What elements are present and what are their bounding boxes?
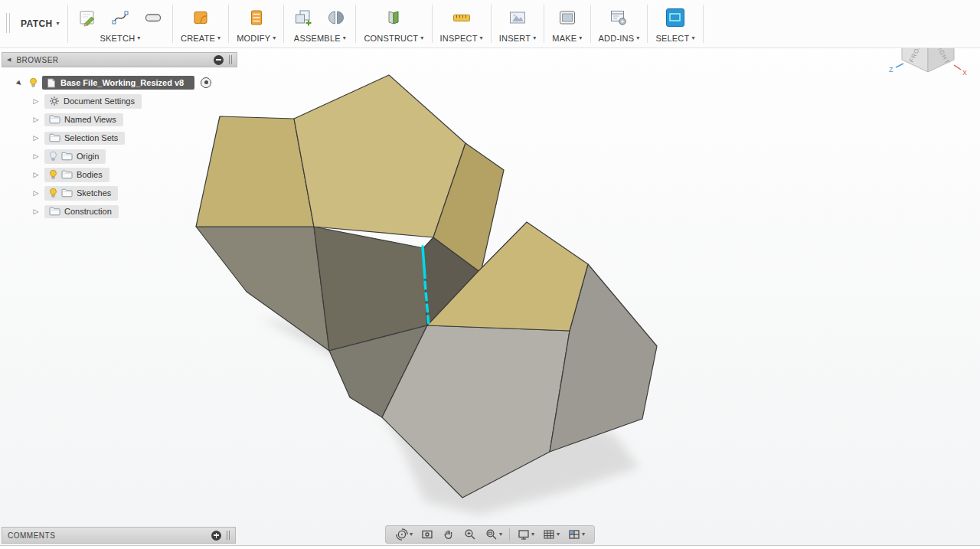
expand-icon[interactable]: ▷ [31,172,41,178]
browser-item-document-settings[interactable]: ▷ Document Settings [2,92,237,110]
folder-icon [61,170,73,179]
chevron-down-icon: ▾ [273,35,276,41]
make-button[interactable] [556,6,579,29]
scripts-addins-icon [609,8,629,28]
create-sketch-button[interactable] [76,6,99,29]
chevron-down-icon: ▾ [691,35,694,41]
model-face-bowl-tan-center[interactable] [294,75,466,237]
make-menu[interactable]: MAKE ▾ [552,32,582,46]
select-button[interactable] [664,6,687,29]
browser-item-origin[interactable]: ▷ Origin [2,147,237,165]
pan-button[interactable] [439,526,459,543]
toolbar-group-construct: CONSTRUCT ▾ [356,0,431,47]
browser-item-selection-sets[interactable]: ▷ Selection Sets [2,129,237,147]
folder-icon [61,188,73,198]
orbit-button[interactable]: ▾ [392,526,416,543]
gear-icon [49,96,60,106]
construct-menu[interactable]: CONSTRUCT ▾ [364,32,423,46]
construction-plane-icon [384,8,403,28]
visibility-bulb-on-icon[interactable] [29,77,38,88]
chevron-down-icon: ▾ [579,35,582,41]
chevron-down-icon: ▾ [636,35,639,41]
rectangle-button[interactable] [142,6,165,29]
comments-panel[interactable]: COMMENTS [2,527,236,544]
zoom-window-button[interactable]: ▾ [482,526,505,543]
modify-menu[interactable]: MODIFY ▾ [237,32,276,46]
axis-z-label: Z [889,66,893,74]
spline-icon [110,8,130,28]
new-component-icon [293,8,313,28]
chevron-down-icon: ▾ [343,35,346,41]
browser-item-construction[interactable]: ▷ Construction [2,202,237,221]
measure-icon [452,8,472,28]
insert-menu[interactable]: INSERT ▾ [499,32,537,46]
visibility-bulb-on-icon[interactable] [49,169,57,180]
zoom-button[interactable] [460,526,480,543]
toolbar-group-insert: INSERT ▾ [492,0,544,47]
panel-resize-grip[interactable] [227,531,230,540]
chevron-down-icon: ▾ [480,35,483,41]
workspace-switcher[interactable]: PATCH ▾ [21,0,60,47]
folder-icon [49,207,60,216]
browser-root-item[interactable]: ▶ Base File_Working_Resized v8 [2,74,237,92]
insert-button[interactable] [506,6,529,29]
document-icon [47,78,56,88]
collapse-panel-icon[interactable]: ◀ [7,57,11,63]
main-toolbar: PATCH ▾ [0,0,980,48]
scripts-addins-button[interactable] [607,6,630,29]
grid-snaps-icon [542,528,556,541]
viewports-button[interactable]: ▾ [564,526,588,543]
expand-icon[interactable]: ▷ [31,190,41,197]
inspect-menu[interactable]: INSPECT ▾ [440,32,483,46]
toolbar-group-select: SELECT ▾ [648,0,702,47]
activate-component-icon[interactable] [201,77,211,88]
folder-icon [61,152,73,161]
toolbar-group-inspect: INSPECT ▾ [433,0,491,47]
addins-menu[interactable]: ADD-INS ▾ [599,32,640,46]
browser-item-bodies[interactable]: ▷ Bodies [2,165,237,184]
construction-plane-button[interactable] [382,6,405,29]
toolbar-grip[interactable] [6,13,10,33]
assemble-menu[interactable]: ASSEMBLE ▾ [294,32,346,46]
minimize-panel-icon[interactable] [214,55,224,65]
browser-header[interactable]: ◀ BROWSER [2,52,237,67]
toolbar-group-addins: ADD-INS ▾ [591,0,648,47]
expand-icon[interactable]: ▶ [14,80,24,87]
chevron-down-icon: ▾ [533,35,536,41]
visibility-bulb-off-icon[interactable] [49,151,57,162]
toolbar-group-assemble: ASSEMBLE ▾ [284,0,355,47]
expand-icon[interactable]: ▷ [31,98,41,105]
new-component-button[interactable] [292,6,315,29]
model-face-bowl-outer-left[interactable] [196,227,329,351]
measure-button[interactable] [450,6,473,29]
display-settings-button[interactable]: ▾ [514,526,537,543]
viewports-icon [567,528,581,541]
chevron-down-icon: ▾ [137,35,140,41]
press-pull-button[interactable] [245,6,268,29]
navigation-toolbar: ▾ ▾ [385,525,595,544]
expand-icon[interactable]: ▷ [31,135,41,142]
expand-icon[interactable]: ▷ [31,116,41,123]
chevron-down-icon: ▾ [531,531,534,538]
visibility-bulb-on-icon[interactable] [49,188,57,198]
browser-item-sketches[interactable]: ▷ Sketches [2,184,237,202]
browser-tree: ▶ Base File_Working_Resized v8 [2,67,237,221]
make-icon [557,8,577,28]
panel-resize-grip[interactable] [229,55,232,64]
sketch-menu[interactable]: SKETCH ▾ [100,32,140,46]
expand-icon[interactable]: ▷ [31,208,41,215]
orbit-icon [395,528,409,541]
browser-panel: ◀ BROWSER ▶ Base File [2,52,237,221]
look-at-button[interactable] [417,526,437,543]
select-menu[interactable]: SELECT ▾ [655,32,694,46]
spline-button[interactable] [109,6,132,29]
folder-icon [49,115,60,124]
patch-button[interactable] [189,6,212,29]
root-item-label: Base File_Working_Resized v8 [60,78,184,87]
expand-comments-icon[interactable] [211,531,221,541]
browser-item-named-views[interactable]: ▷ Named Views [2,110,237,129]
grid-snaps-button[interactable]: ▾ [539,526,563,543]
joint-button[interactable] [325,6,348,29]
create-menu[interactable]: CREATE ▾ [181,32,220,46]
expand-icon[interactable]: ▷ [31,153,41,160]
